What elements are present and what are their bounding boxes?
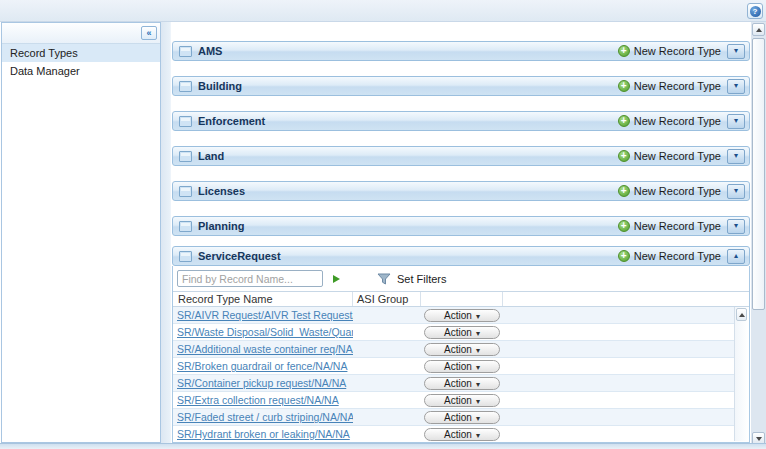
chevron-down-icon (734, 152, 738, 160)
collapse-left-icon (146, 28, 151, 38)
filter-icon (377, 273, 392, 285)
table-scrollbar[interactable] (734, 307, 748, 441)
sidebar-splitter[interactable] (161, 22, 171, 443)
chevron-down-icon (734, 187, 738, 195)
arrow-up-icon (756, 28, 762, 32)
asi-group-cell (353, 426, 421, 442)
record-type-link[interactable]: SR/Faded street / curb striping/NA/NA (177, 411, 353, 423)
new-record-type-link[interactable]: New Record Type (618, 45, 721, 57)
column-header-action (421, 292, 503, 306)
main-scrollbar-thumb[interactable] (752, 38, 765, 310)
panel-expand-button[interactable] (727, 219, 745, 234)
panel-expand-button[interactable] (727, 44, 745, 59)
category-panel-header[interactable]: Licenses New Record Type (172, 181, 750, 201)
empty-cell (503, 375, 734, 391)
panel-title: Licenses (198, 185, 245, 197)
plus-icon (618, 150, 630, 162)
new-record-type-link[interactable]: New Record Type (618, 115, 721, 127)
action-button[interactable]: Action (424, 360, 500, 373)
category-panel-header[interactable]: Planning New Record Type (172, 216, 750, 236)
new-record-type-label: New Record Type (634, 150, 721, 162)
new-record-type-label: New Record Type (634, 115, 721, 127)
record-type-link[interactable]: SR/Additional waste container req/NA/NA (177, 343, 353, 355)
panel-servicerequest: ServiceRequest New Record Type (172, 246, 750, 443)
column-header-record-type-name: Record Type Name (173, 292, 353, 306)
main-scrollbar[interactable] (751, 22, 766, 446)
action-button-label: Action (444, 412, 472, 423)
new-record-type-label: New Record Type (634, 185, 721, 197)
table-header: Record Type Name ASI Group (173, 291, 749, 307)
record-type-link[interactable]: SR/Extra collection request/NA/NA (177, 394, 339, 406)
action-button[interactable]: Action (424, 326, 500, 339)
new-record-type-link[interactable]: New Record Type (618, 220, 721, 232)
category-panel-header[interactable]: Building New Record Type (172, 76, 750, 96)
bottom-border-strip (0, 443, 766, 449)
sidebar-item-data-manager[interactable]: Data Manager (2, 62, 160, 80)
help-button[interactable] (747, 3, 763, 19)
go-search-icon (333, 275, 340, 283)
new-record-type-link[interactable]: New Record Type (618, 250, 721, 262)
search-input[interactable] (177, 270, 323, 287)
sidebar-collapse-button[interactable] (141, 26, 157, 40)
panel-collapse-button[interactable] (727, 249, 745, 264)
top-bar (0, 0, 766, 22)
set-filters-button[interactable]: Set Filters (377, 273, 447, 285)
category-panel-header[interactable]: Land New Record Type (172, 146, 750, 166)
panel-header-servicerequest[interactable]: ServiceRequest New Record Type (172, 246, 750, 266)
empty-cell (503, 392, 734, 408)
category-panel-header[interactable]: Enforcement New Record Type (172, 111, 750, 131)
panel-title: Planning (198, 220, 244, 232)
record-type-link[interactable]: SR/Waste Disposal/Solid Waste/Quarterl (177, 326, 353, 338)
panel-expand-button[interactable] (727, 79, 745, 94)
panel-expand-button[interactable] (727, 149, 745, 164)
panel-title: Building (198, 80, 242, 92)
panel-title: AMS (198, 45, 222, 57)
arrow-up-icon (739, 313, 745, 317)
chevron-down-icon (734, 222, 738, 230)
table-row: SR/Broken guardrail or fence/NA/NA Actio… (173, 358, 734, 375)
plus-icon (618, 220, 630, 232)
main-content: AMS New Record Type Building New Record … (171, 22, 751, 443)
empty-cell (503, 341, 734, 357)
main-scroll-up-button[interactable] (752, 23, 765, 36)
record-type-link[interactable]: SR/Container pickup request/NA/NA (177, 377, 346, 389)
category-panel-header[interactable]: AMS New Record Type (172, 41, 750, 61)
category-panel: Licenses New Record Type (172, 181, 750, 201)
chevron-down-icon (476, 412, 480, 423)
asi-group-cell (353, 392, 421, 408)
record-type-link[interactable]: SR/Broken guardrail or fence/NA/NA (177, 360, 347, 372)
category-panel: Land New Record Type (172, 146, 750, 166)
action-button[interactable]: Action (424, 377, 500, 390)
action-button[interactable]: Action (424, 411, 500, 424)
asi-group-cell (353, 307, 421, 323)
empty-cell (503, 324, 734, 340)
record-type-group-icon (179, 46, 192, 57)
panel-expand-button[interactable] (727, 184, 745, 199)
new-record-type-link[interactable]: New Record Type (618, 150, 721, 162)
table-scroll-up-button[interactable] (736, 308, 747, 321)
category-panel: Planning New Record Type (172, 216, 750, 236)
action-button[interactable]: Action (424, 343, 500, 356)
asi-group-cell (353, 358, 421, 374)
record-type-group-icon (179, 151, 192, 162)
new-record-type-label: New Record Type (634, 220, 721, 232)
panel-title: Enforcement (198, 115, 265, 127)
new-record-type-link[interactable]: New Record Type (618, 80, 721, 92)
chevron-down-icon (476, 344, 480, 355)
record-type-link[interactable]: SR/AIVR Request/AIVR Test Request/AIV (177, 309, 353, 321)
action-button[interactable]: Action (424, 428, 500, 441)
record-type-link[interactable]: SR/Hydrant broken or leaking/NA/NA (177, 428, 350, 440)
go-search-button[interactable] (329, 272, 343, 286)
category-panel: Building New Record Type (172, 76, 750, 96)
action-button[interactable]: Action (424, 394, 500, 407)
new-record-type-link[interactable]: New Record Type (618, 185, 721, 197)
table-row: SR/Additional waste container req/NA/NA … (173, 341, 734, 358)
sidebar-item-record-types[interactable]: Record Types (2, 44, 160, 62)
action-button-label: Action (444, 378, 472, 389)
record-type-group-icon (179, 81, 192, 92)
column-header-empty (503, 292, 749, 306)
chevron-down-icon (476, 327, 480, 338)
action-button[interactable]: Action (424, 309, 500, 322)
panel-list: AMS New Record Type Building New Record … (171, 22, 751, 236)
panel-expand-button[interactable] (727, 114, 745, 129)
